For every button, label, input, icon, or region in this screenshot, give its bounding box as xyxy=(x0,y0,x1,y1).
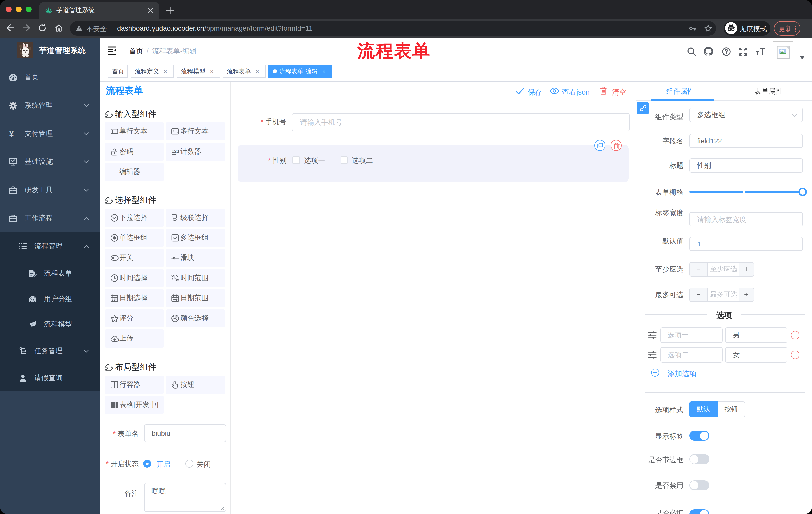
svg-text:123: 123 xyxy=(172,148,179,154)
